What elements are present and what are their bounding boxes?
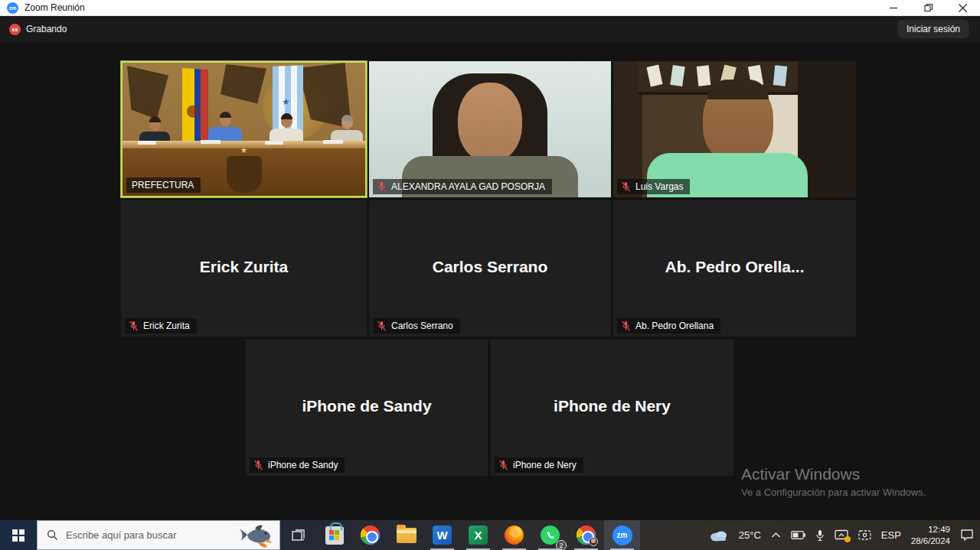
clock-date: 28/6/2024 [911,535,950,546]
participant-name-label: Luis Vargas [617,179,690,194]
taskbar-app-store[interactable] [316,520,352,550]
participant-display-name: iPhone de Nery [491,397,733,415]
participant-name-label: PREFECTURA [126,177,201,193]
search-input[interactable] [66,529,211,541]
paper [201,140,220,144]
window-title: Zoom Reunión [24,2,85,13]
taskbar-app-chrome[interactable] [352,520,388,550]
watermark-title: Activar Windows [741,465,926,483]
participant-name-label: iPhone de Nery [495,457,583,473]
participant-display-name: Carlos Serrano [369,258,611,276]
recording-label: Grabando [26,24,67,34]
participant-name-text: Carlos Serrano [391,321,453,331]
search-icon [47,529,58,541]
restore-button[interactable] [911,0,946,15]
taskbar-app-file-explorer[interactable] [388,520,424,550]
participant-name-text: PREFECTURA [132,180,194,190]
participant-name-label: Ab. Pedro Orellana [617,318,720,334]
excel-icon: X [469,526,488,545]
taskbar-app-zoom[interactable]: zm [604,520,640,550]
muted-mic-icon [377,321,387,331]
video-tile-erick[interactable]: Erick Zurita Erick Zurita [121,200,367,337]
screen-record-tray-icon[interactable] [858,529,871,541]
windows-activation-watermark: Activar Windows Ve a Configuración para … [741,465,926,498]
system-tray: 25°C ESP 12:49 [709,520,980,550]
task-view-button[interactable] [280,520,316,550]
taskbar-app-chrome-profile[interactable] [568,520,604,550]
paper [265,141,283,145]
weather-temperature[interactable]: 25°C [739,529,761,541]
luis-video-feed [613,61,856,197]
participant-name-text: Erick Zurita [143,321,190,331]
wall-carving [220,64,266,107]
window-controls [877,0,980,15]
participant-name-text: Ab. Pedro Orellana [635,321,714,331]
video-grid: PREFECTURA ALEXANDRA AYALA GAD POSORJA [0,42,980,520]
taskbar-search-box[interactable] [37,520,280,550]
windows-logo-icon [12,529,24,542]
whatsapp-badge: 2 [556,540,567,550]
weather-cloud-icon [709,529,729,542]
minimize-icon [890,4,898,12]
taskbar-app-whatsapp[interactable]: 2 [532,520,568,550]
participant-display-name: Erick Zurita [121,258,367,276]
signin-button[interactable]: Iniciar sesión [897,20,969,38]
video-tile-alexandra[interactable]: ALEXANDRA AYALA GAD POSORJA [369,61,611,197]
figure-face [458,83,522,162]
muted-mic-icon [253,460,263,470]
action-center-icon[interactable] [960,529,974,542]
chrome-icon [361,526,380,545]
language-indicator[interactable]: ESP [881,529,901,541]
participant-name-label: Erick Zurita [125,318,197,334]
notification-dot [844,536,851,542]
participant-name-text: iPhone de Sandy [268,460,338,470]
battery-icon[interactable] [791,531,805,539]
muted-mic-icon [498,460,508,470]
windows-taskbar: W X 2 zm 25°C [0,520,980,550]
video-tile-prefectura[interactable]: PREFECTURA [121,61,367,197]
clock-time: 12:49 [911,524,950,535]
participant-name-text: ALEXANDRA AYALA GAD POSORJA [391,181,545,192]
taskbar-clock[interactable]: 12:49 28/6/2024 [911,524,950,546]
participant-display-name: iPhone de Sandy [246,397,488,415]
word-icon: W [433,526,452,545]
tray-expand-chevron-icon[interactable] [771,532,781,539]
participant-name-text: iPhone de Nery [513,460,577,470]
recording-indicator[interactable]: Grabando [9,24,67,35]
video-tile-carlos[interactable]: Carlos Serrano Carlos Serrano [369,200,611,337]
restore-icon [924,3,933,12]
participant-display-name: Ab. Pedro Orella... [613,258,856,276]
muted-mic-icon [129,321,139,331]
microphone-tray-icon[interactable] [815,529,825,542]
wall-carving [127,66,168,119]
participant-name-text: Luis Vargas [635,181,683,192]
recording-icon [9,24,21,35]
close-icon [959,4,967,12]
close-button[interactable] [946,0,980,15]
video-tile-sandy[interactable]: iPhone de Sandy iPhone de Sandy [246,340,488,476]
microsoft-store-icon [325,526,344,545]
taskbar-app-firefox[interactable] [496,520,532,550]
start-button[interactable] [0,520,37,550]
taskbar-app-excel[interactable]: X [460,520,496,550]
alexandra-video-feed [369,61,611,197]
paper [138,141,156,145]
muted-mic-icon [621,181,631,192]
search-highlight-fish-icon [237,522,276,548]
muted-mic-icon [621,321,631,331]
video-tile-pedro[interactable]: Ab. Pedro Orella... Ab. Pedro Orellana [613,200,856,337]
paper [323,140,343,144]
profile-avatar [589,537,598,546]
participant-name-label: iPhone de Sandy [250,457,345,473]
video-tile-luis[interactable]: Luis Vargas [613,61,856,197]
prefectura-video-feed [122,63,365,196]
zoom-taskbar-icon: zm [612,526,632,545]
table-emblem [227,156,262,193]
watermark-subtitle: Ve a Configuración para activar Windows. [741,487,926,498]
participant-name-label: Carlos Serrano [373,318,460,334]
taskbar-app-word[interactable]: W [424,520,460,550]
screen-share-tray-item[interactable] [835,529,848,541]
video-tile-nery[interactable]: iPhone de Nery iPhone de Nery [491,340,733,476]
minimize-button[interactable] [877,0,911,15]
muted-mic-icon [377,181,387,192]
